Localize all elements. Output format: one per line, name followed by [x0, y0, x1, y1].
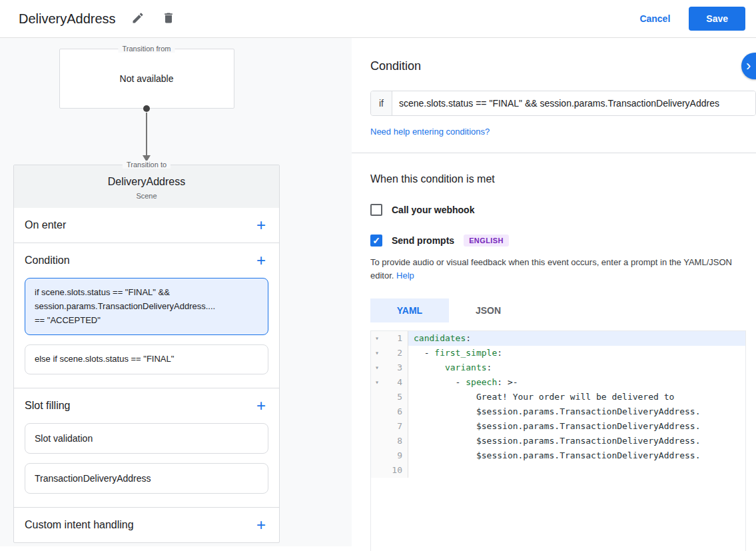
line-gutter: 10 — [371, 463, 408, 478]
send-prompts-label: Send prompts — [392, 235, 454, 246]
code-line[interactable]: ▾2 - first_simple: — [371, 346, 745, 360]
code-line[interactable]: 10 — [371, 463, 745, 478]
code-text[interactable]: $session.params.TransactionDeliveryAddre… — [408, 448, 745, 463]
line-gutter: 9 — [371, 448, 408, 463]
condition-section-label: Condition — [25, 255, 70, 267]
slot-item-transaction-delivery-address[interactable]: TransactionDeliveryAddress — [25, 463, 268, 494]
fold-toggle-icon[interactable]: ▾ — [371, 346, 383, 360]
line-gutter: ▾4 — [371, 375, 408, 390]
transition-from-value: Not available — [120, 73, 174, 84]
detail-panel: › Condition if Need help entering condit… — [352, 38, 756, 551]
edit-title-button[interactable] — [129, 10, 147, 27]
cancel-button[interactable]: Cancel — [639, 13, 670, 24]
title-area: DeliveryAddress — [19, 10, 177, 27]
condition-help-link[interactable]: Need help entering conditions? — [370, 127, 490, 137]
tab-yaml[interactable]: YAML — [370, 298, 449, 322]
check-icon: ✓ — [372, 236, 380, 245]
webhook-checkbox[interactable]: ✓ — [370, 204, 382, 216]
fold-toggle-icon[interactable]: ▾ — [371, 360, 383, 375]
code-text[interactable]: $session.params.TransactionDeliveryAddre… — [408, 434, 745, 448]
tab-json[interactable]: JSON — [449, 298, 528, 322]
flow-connector — [13, 109, 280, 165]
app: DeliveryAddress Cancel Save Transition f… — [0, 0, 756, 551]
section-on-enter: On enter + — [14, 208, 279, 243]
condition-input[interactable] — [392, 91, 755, 115]
page-title: DeliveryAddress — [19, 11, 116, 27]
code-editor[interactable]: ▾1candidates:▾2 - first_simple:▾3 varian… — [370, 330, 746, 551]
line-gutter: ▾1 — [371, 331, 408, 346]
code-line[interactable]: 9 $session.params.TransactionDeliveryAdd… — [371, 448, 745, 463]
code-line[interactable]: 8 $session.params.TransactionDeliveryAdd… — [371, 434, 745, 448]
code-line[interactable]: ▾3 variants: — [371, 360, 745, 375]
condition-list: if scene.slots.status == "FINAL" && sess… — [14, 278, 279, 388]
code-text[interactable]: variants: — [408, 360, 745, 375]
fold-toggle-icon — [371, 434, 383, 448]
condition-expression-row: if — [370, 91, 756, 116]
add-on-enter-button[interactable]: + — [254, 219, 268, 232]
add-slot-button[interactable]: + — [254, 399, 268, 412]
code-text[interactable]: $session.params.TransactionDeliveryAddre… — [408, 419, 745, 434]
code-text[interactable] — [408, 463, 745, 478]
detail-title: Condition — [370, 59, 737, 73]
pencil-icon — [131, 11, 145, 27]
slot-item-validation[interactable]: Slot validation — [25, 423, 268, 454]
editor-tabs: YAML JSON — [370, 298, 737, 322]
code-text[interactable]: $session.params.TransactionDeliveryAddre… — [408, 404, 745, 419]
connector-dot — [143, 105, 150, 112]
line-number: 5 — [383, 390, 408, 404]
fold-toggle-icon — [371, 390, 383, 404]
line-gutter: 6 — [371, 404, 408, 419]
line-number: 4 — [383, 375, 408, 390]
line-number: 7 — [383, 419, 408, 434]
condition-item-selected[interactable]: if scene.slots.status == "FINAL" && sess… — [25, 278, 268, 335]
line-number: 3 — [383, 360, 408, 375]
fold-toggle-icon — [371, 463, 383, 478]
code-line[interactable]: 6 $session.params.TransactionDeliveryAdd… — [371, 404, 745, 419]
line-number: 10 — [383, 463, 408, 478]
save-button[interactable]: Save — [689, 7, 745, 31]
code-line[interactable]: 7 $session.params.TransactionDeliveryAdd… — [371, 419, 745, 434]
send-prompts-checkbox[interactable]: ✓ — [370, 235, 382, 247]
add-custom-intent-button[interactable]: + — [254, 518, 268, 532]
line-number: 6 — [383, 404, 408, 419]
fold-toggle-icon — [371, 448, 383, 463]
condition-met-heading: When this condition is met — [370, 173, 737, 185]
prompt-hint-text: To provide audio or visual feedback when… — [370, 257, 732, 280]
if-prefix: if — [371, 91, 392, 115]
custom-intent-label: Custom intent handling — [25, 519, 134, 531]
code-line[interactable]: ▾1candidates: — [371, 331, 745, 346]
scene-name: DeliveryAddress — [14, 176, 279, 188]
section-custom-intent: Custom intent handling + — [14, 507, 279, 542]
code-text[interactable]: - speech: >- — [408, 375, 745, 390]
collapse-panel-button[interactable]: › — [741, 53, 756, 79]
slot-list: Slot validation TransactionDeliveryAddre… — [14, 423, 279, 507]
code-text[interactable]: candidates: — [408, 331, 745, 346]
help-link[interactable]: Help — [396, 271, 414, 280]
section-condition: Condition + — [14, 243, 279, 278]
main-content: Transition from Not available Transition… — [0, 38, 756, 551]
line-number: 8 — [383, 434, 408, 448]
code-line[interactable]: 5 Great! Your order will be delivered to — [371, 390, 745, 404]
transition-to-label: Transition to — [123, 161, 171, 169]
horizontal-scrollbar[interactable] — [0, 546, 352, 551]
fold-toggle-icon[interactable]: ▾ — [371, 375, 383, 390]
prompt-hint: To provide audio or visual feedback when… — [370, 256, 737, 282]
line-gutter: 5 — [371, 390, 408, 404]
flow-panel: Transition from Not available Transition… — [0, 38, 352, 551]
flow-column: Transition from Not available Transition… — [13, 49, 280, 543]
fold-toggle-icon[interactable]: ▾ — [371, 331, 383, 346]
delete-scene-button[interactable] — [160, 10, 177, 27]
slot-filling-label: Slot filling — [25, 400, 70, 412]
section-slot-filling: Slot filling + — [14, 388, 279, 423]
language-badge: ENGLISH — [464, 235, 509, 247]
send-prompts-row: ✓ Send prompts ENGLISH — [370, 235, 737, 247]
code-line[interactable]: ▾4 - speech: >- — [371, 375, 745, 390]
code-text[interactable]: - first_simple: — [408, 346, 745, 360]
condition-item[interactable]: else if scene.slots.status == "FINAL" — [25, 344, 268, 374]
line-number: 1 — [383, 331, 408, 346]
add-condition-button[interactable]: + — [254, 254, 268, 267]
transition-from-label: Transition from — [119, 45, 175, 53]
webhook-row: ✓ Call your webhook — [370, 204, 737, 216]
code-text[interactable]: Great! Your order will be delivered to — [408, 390, 745, 404]
code-lines: ▾1candidates:▾2 - first_simple:▾3 varian… — [371, 331, 745, 478]
